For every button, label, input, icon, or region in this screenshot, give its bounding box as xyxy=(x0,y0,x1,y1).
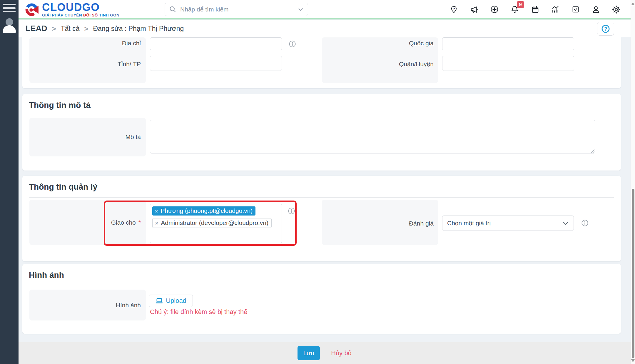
cloudgo-logo: CLOUDGO GIẢI PHÁP CHUYỂN ĐỔI SỐ TINH GỌN xyxy=(24,2,119,17)
svg-text:?: ? xyxy=(453,7,455,11)
vertical-scrollbar[interactable] xyxy=(631,0,635,364)
user-avatar-icon[interactable] xyxy=(3,18,16,33)
breadcrumb-module[interactable]: LEAD xyxy=(26,24,47,33)
upload-button[interactable]: Upload xyxy=(149,295,193,307)
country-label: Quốc gia xyxy=(322,40,434,47)
remove-tag-icon[interactable]: × xyxy=(155,220,158,226)
svg-text:?: ? xyxy=(604,26,607,31)
assigned-tag[interactable]: ×Phương (phuong.pt@cloudgo.vn) xyxy=(152,206,255,216)
breadcrumb-separator: > xyxy=(84,25,88,33)
address-input[interactable] xyxy=(150,37,282,50)
rating-select[interactable]: Chọn một giá trị xyxy=(442,216,574,231)
header-action-icons: ? 9 xyxy=(449,4,621,14)
divider xyxy=(29,197,614,198)
main-content: Địa chỉ Tỉnh/ TP Quốc gia Quận/Huyện Thô… xyxy=(19,37,631,342)
quick-add-icon[interactable] xyxy=(489,4,499,14)
description-textarea[interactable] xyxy=(150,120,595,153)
left-sidebar xyxy=(0,0,19,364)
info-icon[interactable] xyxy=(581,219,589,227)
cloudgo-logo-icon xyxy=(24,2,39,17)
district-label: Quận/Huyện xyxy=(322,61,434,68)
scrollbar-down-arrow-icon[interactable] xyxy=(631,359,635,362)
description-card: Thông tin mô tả Mô tả xyxy=(22,94,621,171)
section-title-description: Thông tin mô tả xyxy=(29,101,91,110)
province-input[interactable] xyxy=(150,56,282,71)
address-card: Địa chỉ Tỉnh/ TP Quốc gia Quận/Huyện xyxy=(22,37,621,88)
breadcrumb-item-all[interactable]: Tất cả xyxy=(61,25,80,33)
description-label: Mô tả xyxy=(29,133,141,141)
rating-label: Đánh giá xyxy=(322,220,434,227)
settings-icon[interactable] xyxy=(611,4,621,14)
cancel-button[interactable]: Hủy bỏ xyxy=(331,349,352,357)
management-card: Thông tin quản lý Giao cho* ×Phương (phu… xyxy=(22,176,621,261)
scrollbar-up-arrow-icon[interactable] xyxy=(631,2,635,5)
breadcrumb-item-current: Đang sửa : Phạm Thị Phương xyxy=(93,25,184,33)
top-header: CLOUDGO GIẢI PHÁP CHUYỂN ĐỔI SỐ TINH GỌN… xyxy=(19,0,631,19)
chevron-down-icon xyxy=(562,220,569,226)
logo-name: CLOUDGO xyxy=(42,2,119,13)
notifications-icon[interactable]: 9 xyxy=(510,4,520,14)
district-input[interactable] xyxy=(442,56,574,71)
assigned-to-label: Giao cho* xyxy=(29,219,141,226)
upload-laptop-icon xyxy=(155,297,163,305)
province-label: Tỉnh/ TP xyxy=(29,61,141,68)
country-input[interactable] xyxy=(442,37,574,50)
form-footer: Lưu Hủy bỏ xyxy=(19,342,631,364)
help-icon: ? xyxy=(601,24,610,34)
required-marker: * xyxy=(138,219,141,226)
attachment-warning-text: Chú ý: file đính kèm sẽ bị thay thế xyxy=(150,308,247,316)
global-search[interactable] xyxy=(165,3,308,16)
help-button[interactable]: ? xyxy=(597,22,614,36)
rating-selected-value: Chọn một giá trị xyxy=(447,220,562,227)
section-title-image: Hình ảnh xyxy=(29,271,64,280)
divider xyxy=(29,115,614,115)
analytics-icon[interactable] xyxy=(550,4,560,14)
image-card: Hình ảnh Hình ảnh Upload Chú ý: file đín… xyxy=(22,264,621,334)
user-icon[interactable] xyxy=(591,4,601,14)
divider xyxy=(29,287,614,287)
info-icon[interactable] xyxy=(288,40,296,48)
scrollbar-thumb[interactable] xyxy=(632,189,634,358)
notification-badge: 9 xyxy=(517,1,524,8)
save-button[interactable]: Lưu xyxy=(298,346,320,360)
hamburger-menu-icon[interactable] xyxy=(3,4,16,14)
breadcrumb: LEAD > Tất cả > Đang sửa : Phạm Thị Phươ… xyxy=(19,20,631,37)
search-input[interactable] xyxy=(180,6,298,13)
search-scope-chevron-icon[interactable] xyxy=(298,6,304,12)
announcement-icon[interactable] xyxy=(469,4,479,14)
address-label: Địa chỉ xyxy=(29,40,141,47)
logo-tagline: GIẢI PHÁP CHUYỂN ĐỔI SỐ TINH GỌN xyxy=(42,13,119,17)
calendar-icon[interactable] xyxy=(530,4,540,14)
location-icon[interactable]: ? xyxy=(449,4,459,14)
image-label: Hình ảnh xyxy=(29,302,141,309)
info-icon[interactable] xyxy=(288,207,295,215)
tasks-icon[interactable] xyxy=(571,4,581,14)
search-icon xyxy=(169,6,177,13)
assigned-to-multiselect[interactable]: ×Phương (phuong.pt@cloudgo.vn) ×Administ… xyxy=(150,204,282,243)
remove-tag-icon[interactable]: × xyxy=(155,208,158,214)
section-title-management: Thông tin quản lý xyxy=(29,182,97,192)
assigned-tag[interactable]: ×Administrator (developer@cloudpro.vn) xyxy=(152,218,272,228)
breadcrumb-separator: > xyxy=(52,25,56,33)
